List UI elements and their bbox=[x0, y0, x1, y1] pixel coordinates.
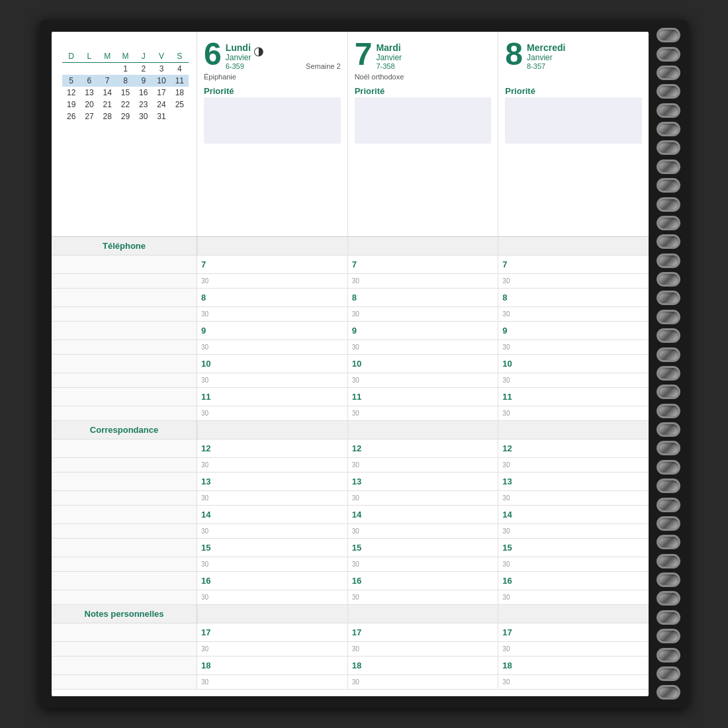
time-cell-half[interactable]: 30 bbox=[498, 307, 649, 321]
hour-row: 141414 bbox=[52, 506, 649, 524]
time-cell-half[interactable]: 30 bbox=[348, 373, 499, 387]
time-cell-half[interactable]: 30 bbox=[498, 458, 649, 472]
time-cell[interactable]: 18 bbox=[498, 657, 649, 674]
spiral-ring bbox=[657, 591, 680, 606]
time-cell-half[interactable]: 30 bbox=[197, 458, 348, 472]
spiral-ring bbox=[657, 572, 680, 587]
time-cell-half[interactable]: 30 bbox=[197, 340, 348, 354]
cal-day: 3 bbox=[152, 63, 170, 75]
time-cell[interactable]: 15 bbox=[498, 539, 649, 557]
time-cell[interactable]: 14 bbox=[498, 506, 649, 523]
time-cell[interactable]: 13 bbox=[197, 473, 348, 490]
time-cell-half[interactable]: 30 bbox=[197, 524, 348, 538]
day-name-info: MardiJanvier7-358 bbox=[376, 38, 402, 70]
time-cell-half[interactable]: 30 bbox=[348, 590, 499, 604]
time-cell[interactable]: 9 bbox=[197, 322, 348, 340]
time-cell-half[interactable]: 30 bbox=[498, 340, 649, 354]
priority-box[interactable] bbox=[505, 97, 642, 144]
time-cell[interactable]: 7 bbox=[348, 255, 499, 273]
time-cell[interactable]: 7 bbox=[197, 255, 348, 273]
time-cell-half[interactable]: 30 bbox=[348, 557, 499, 571]
time-cell[interactable]: 10 bbox=[498, 355, 649, 373]
time-cell-half[interactable]: 30 bbox=[197, 675, 348, 689]
spiral-ring bbox=[657, 610, 680, 625]
time-cell[interactable]: 8 bbox=[197, 289, 348, 306]
spiral-ring bbox=[657, 441, 680, 455]
time-cell-half[interactable]: 30 bbox=[197, 373, 348, 387]
time-cell[interactable]: 13 bbox=[348, 473, 499, 490]
day-number: 8 bbox=[505, 38, 523, 70]
time-cell[interactable]: 9 bbox=[348, 322, 499, 340]
time-cell-half[interactable]: 30 bbox=[498, 406, 649, 420]
hour-label: 15 bbox=[502, 543, 512, 553]
time-cell-half[interactable]: 30 bbox=[498, 373, 649, 387]
time-cell-half[interactable]: 30 bbox=[197, 307, 348, 321]
day-number-row: 6LundiJanvier6-359◑Semaine 2 bbox=[204, 38, 341, 70]
time-cell-half[interactable]: 30 bbox=[498, 491, 649, 505]
time-cell[interactable]: 17 bbox=[348, 623, 499, 641]
time-cell[interactable]: 11 bbox=[197, 388, 348, 406]
time-cell[interactable]: 8 bbox=[348, 289, 499, 306]
time-cell-half[interactable]: 30 bbox=[197, 491, 348, 505]
priority-box[interactable] bbox=[355, 97, 492, 144]
time-cell-half[interactable]: 30 bbox=[498, 557, 649, 571]
time-cell-half[interactable]: 30 bbox=[348, 406, 499, 420]
time-cell[interactable]: 14 bbox=[197, 506, 348, 523]
half-hour-row: 303030 bbox=[52, 557, 649, 572]
time-cell-half[interactable]: 30 bbox=[197, 557, 348, 571]
time-cell-half[interactable]: 30 bbox=[498, 274, 649, 288]
side-label-cell-half bbox=[52, 274, 197, 288]
time-cell[interactable]: 9 bbox=[498, 322, 649, 340]
time-cell[interactable]: 18 bbox=[348, 657, 499, 674]
time-cell-half[interactable]: 30 bbox=[348, 274, 499, 288]
time-cell-half[interactable]: 30 bbox=[498, 642, 649, 656]
time-cell[interactable]: 17 bbox=[498, 623, 649, 641]
time-cell[interactable]: 13 bbox=[498, 473, 649, 490]
time-cell[interactable]: 12 bbox=[348, 439, 499, 457]
spiral-ring bbox=[657, 310, 680, 324]
time-cell[interactable]: 7 bbox=[498, 255, 649, 273]
time-cell-half[interactable]: 30 bbox=[348, 340, 499, 354]
time-cell[interactable]: 10 bbox=[197, 355, 348, 373]
spiral-ring bbox=[657, 478, 680, 493]
time-cells-half: 303030 bbox=[197, 406, 649, 420]
time-cell-half[interactable]: 30 bbox=[348, 458, 499, 472]
time-cell-half[interactable]: 30 bbox=[197, 274, 348, 288]
cal-day-header: V bbox=[152, 50, 170, 62]
spiral-ring bbox=[657, 28, 680, 42]
time-cell[interactable]: 11 bbox=[498, 388, 649, 406]
spiral-ring bbox=[657, 178, 680, 193]
day-column: 7MardiJanvier7-358Noël orthodoxePriorité bbox=[348, 32, 499, 236]
priority-box[interactable] bbox=[204, 97, 341, 144]
time-cell-half[interactable]: 30 bbox=[197, 642, 348, 656]
time-cell[interactable]: 10 bbox=[348, 355, 499, 373]
time-cell-half[interactable]: 30 bbox=[348, 524, 499, 538]
time-cell-half[interactable]: 30 bbox=[348, 675, 499, 689]
hour-label: 12 bbox=[352, 443, 361, 453]
side-label-cell-half bbox=[52, 675, 197, 689]
time-cell-half[interactable]: 30 bbox=[348, 491, 499, 505]
time-cell[interactable]: 12 bbox=[498, 439, 649, 457]
cal-day: 26 bbox=[62, 111, 80, 122]
time-cell[interactable]: 15 bbox=[348, 539, 499, 557]
time-cell-half[interactable]: 30 bbox=[348, 642, 499, 656]
time-cells: 181818 bbox=[197, 657, 649, 674]
time-cell-half[interactable]: 30 bbox=[498, 590, 649, 604]
time-cell-half[interactable]: 30 bbox=[498, 675, 649, 689]
time-cell[interactable]: 16 bbox=[498, 572, 649, 590]
time-cell-half[interactable]: 30 bbox=[197, 406, 348, 420]
time-cell[interactable]: 12 bbox=[197, 439, 348, 457]
time-cell[interactable]: 17 bbox=[197, 623, 348, 641]
spiral-ring bbox=[657, 385, 680, 399]
time-cell[interactable]: 8 bbox=[498, 289, 649, 306]
time-cell[interactable]: 16 bbox=[348, 572, 499, 590]
time-cell[interactable]: 11 bbox=[348, 388, 499, 406]
time-cell-half[interactable]: 30 bbox=[348, 307, 499, 321]
time-cell-half[interactable]: 30 bbox=[498, 524, 649, 538]
time-cell[interactable]: 14 bbox=[348, 506, 499, 523]
time-cell[interactable]: 15 bbox=[197, 539, 348, 557]
time-cell-half[interactable]: 30 bbox=[197, 590, 348, 604]
time-cell[interactable]: 18 bbox=[197, 657, 348, 674]
cal-day: 19 bbox=[62, 99, 80, 111]
time-cell[interactable]: 16 bbox=[197, 572, 348, 590]
